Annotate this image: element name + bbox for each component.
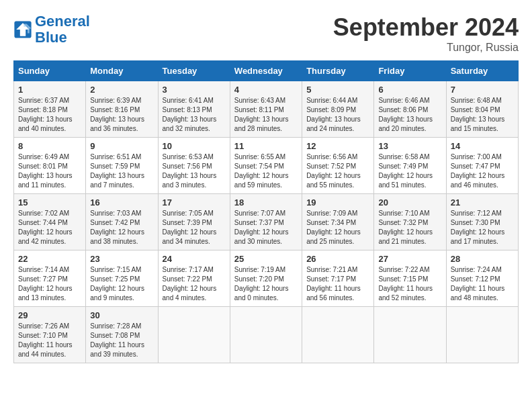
day-info: Sunrise: 7:03 AM Sunset: 7:42 PM Dayligh…	[90, 209, 153, 246]
day-number: 10	[163, 141, 226, 151]
calendar-cell: 20Sunrise: 7:10 AM Sunset: 7:32 PM Dayli…	[374, 194, 446, 250]
day-number: 15	[18, 197, 81, 208]
day-info: Sunrise: 7:05 AM Sunset: 7:39 PM Dayligh…	[163, 209, 226, 246]
logo-text: General Blue	[35, 13, 90, 46]
calendar-cell: 5Sunrise: 6:44 AM Sunset: 8:09 PM Daylig…	[302, 81, 374, 138]
header-wednesday: Wednesday	[230, 61, 302, 81]
calendar-cell: 13Sunrise: 6:58 AM Sunset: 7:49 PM Dayli…	[374, 138, 446, 194]
day-number: 28	[451, 254, 514, 264]
calendar-cell: 29Sunrise: 7:26 AM Sunset: 7:10 PM Dayli…	[14, 307, 86, 363]
day-number: 4	[234, 85, 298, 95]
calendar-cell: 25Sunrise: 7:19 AM Sunset: 7:20 PM Dayli…	[230, 250, 302, 307]
day-info: Sunrise: 7:17 AM Sunset: 7:22 PM Dayligh…	[163, 265, 226, 303]
calendar-header-row: SundayMondayTuesdayWednesdayThursdayFrid…	[14, 61, 519, 81]
day-info: Sunrise: 6:53 AM Sunset: 7:56 PM Dayligh…	[163, 152, 226, 190]
calendar-body: 1Sunrise: 6:37 AM Sunset: 8:18 PM Daylig…	[14, 81, 519, 363]
logo: General Blue	[13, 13, 90, 46]
day-number: 9	[90, 141, 153, 151]
day-number: 20	[378, 197, 441, 208]
day-number: 6	[378, 85, 441, 95]
day-info: Sunrise: 6:46 AM Sunset: 8:06 PM Dayligh…	[378, 96, 441, 134]
calendar-cell: 12Sunrise: 6:56 AM Sunset: 7:52 PM Dayli…	[302, 138, 374, 194]
day-info: Sunrise: 7:10 AM Sunset: 7:32 PM Dayligh…	[378, 209, 441, 246]
calendar-cell: 10Sunrise: 6:53 AM Sunset: 7:56 PM Dayli…	[158, 138, 230, 194]
day-number: 3	[163, 85, 226, 95]
day-info: Sunrise: 7:15 AM Sunset: 7:25 PM Dayligh…	[90, 265, 153, 303]
location: Tungor, Russia	[333, 42, 519, 54]
calendar-cell: 15Sunrise: 7:02 AM Sunset: 7:44 PM Dayli…	[14, 194, 86, 250]
day-info: Sunrise: 7:21 AM Sunset: 7:17 PM Dayligh…	[306, 265, 369, 303]
calendar-cell: 4Sunrise: 6:43 AM Sunset: 8:11 PM Daylig…	[230, 81, 302, 138]
month-title: September 2024	[333, 13, 519, 42]
calendar-cell	[230, 307, 302, 363]
calendar-cell: 8Sunrise: 6:49 AM Sunset: 8:01 PM Daylig…	[14, 138, 86, 194]
day-number: 5	[306, 85, 369, 95]
day-number: 12	[306, 141, 369, 151]
day-number: 29	[18, 310, 81, 320]
day-info: Sunrise: 6:41 AM Sunset: 8:13 PM Dayligh…	[163, 96, 226, 134]
calendar-table: SundayMondayTuesdayWednesdayThursdayFrid…	[13, 60, 519, 363]
day-number: 30	[90, 310, 153, 320]
calendar-week-1: 1Sunrise: 6:37 AM Sunset: 8:18 PM Daylig…	[14, 81, 519, 138]
day-info: Sunrise: 7:00 AM Sunset: 7:47 PM Dayligh…	[451, 152, 514, 190]
day-number: 17	[163, 197, 226, 208]
day-info: Sunrise: 7:22 AM Sunset: 7:15 PM Dayligh…	[378, 265, 441, 303]
logo-line1: General	[35, 13, 90, 30]
day-number: 7	[451, 85, 514, 95]
day-info: Sunrise: 6:51 AM Sunset: 7:59 PM Dayligh…	[90, 152, 153, 190]
day-info: Sunrise: 7:19 AM Sunset: 7:20 PM Dayligh…	[234, 265, 298, 303]
calendar-cell: 28Sunrise: 7:24 AM Sunset: 7:12 PM Dayli…	[446, 250, 518, 307]
calendar-cell: 16Sunrise: 7:03 AM Sunset: 7:42 PM Dayli…	[86, 194, 158, 250]
header-monday: Monday	[86, 61, 158, 81]
day-info: Sunrise: 6:37 AM Sunset: 8:18 PM Dayligh…	[18, 96, 81, 134]
day-info: Sunrise: 7:28 AM Sunset: 7:08 PM Dayligh…	[90, 322, 153, 359]
day-info: Sunrise: 7:14 AM Sunset: 7:27 PM Dayligh…	[18, 265, 81, 303]
calendar-cell: 9Sunrise: 6:51 AM Sunset: 7:59 PM Daylig…	[86, 138, 158, 194]
day-number: 19	[306, 197, 369, 208]
day-info: Sunrise: 6:48 AM Sunset: 8:04 PM Dayligh…	[451, 96, 514, 134]
day-number: 23	[90, 254, 153, 264]
day-number: 25	[234, 254, 298, 264]
calendar-cell: 11Sunrise: 6:55 AM Sunset: 7:54 PM Dayli…	[230, 138, 302, 194]
calendar-cell: 3Sunrise: 6:41 AM Sunset: 8:13 PM Daylig…	[158, 81, 230, 138]
day-info: Sunrise: 7:12 AM Sunset: 7:30 PM Dayligh…	[451, 209, 514, 246]
calendar-cell	[446, 307, 518, 363]
day-number: 21	[451, 197, 514, 208]
calendar-cell: 30Sunrise: 7:28 AM Sunset: 7:08 PM Dayli…	[86, 307, 158, 363]
day-number: 14	[451, 141, 514, 151]
calendar-cell	[374, 307, 446, 363]
day-info: Sunrise: 6:58 AM Sunset: 7:49 PM Dayligh…	[378, 152, 441, 190]
day-info: Sunrise: 7:26 AM Sunset: 7:10 PM Dayligh…	[18, 322, 81, 359]
calendar-cell	[158, 307, 230, 363]
calendar-week-5: 29Sunrise: 7:26 AM Sunset: 7:10 PM Dayli…	[14, 307, 519, 363]
calendar-cell: 14Sunrise: 7:00 AM Sunset: 7:47 PM Dayli…	[446, 138, 518, 194]
logo-icon	[13, 20, 32, 39]
day-number: 11	[234, 141, 298, 151]
day-info: Sunrise: 6:39 AM Sunset: 8:16 PM Dayligh…	[90, 96, 153, 134]
header-tuesday: Tuesday	[158, 61, 230, 81]
day-number: 2	[90, 85, 153, 95]
calendar-cell	[302, 307, 374, 363]
calendar-cell: 24Sunrise: 7:17 AM Sunset: 7:22 PM Dayli…	[158, 250, 230, 307]
day-info: Sunrise: 7:24 AM Sunset: 7:12 PM Dayligh…	[451, 265, 514, 303]
day-number: 1	[18, 85, 81, 95]
day-info: Sunrise: 7:07 AM Sunset: 7:37 PM Dayligh…	[234, 209, 298, 246]
header-thursday: Thursday	[302, 61, 374, 81]
logo-line2: Blue	[35, 29, 67, 46]
header-friday: Friday	[374, 61, 446, 81]
calendar-cell: 18Sunrise: 7:07 AM Sunset: 7:37 PM Dayli…	[230, 194, 302, 250]
day-info: Sunrise: 7:09 AM Sunset: 7:34 PM Dayligh…	[306, 209, 369, 246]
day-info: Sunrise: 6:49 AM Sunset: 8:01 PM Dayligh…	[18, 152, 81, 190]
day-number: 26	[306, 254, 369, 264]
day-number: 24	[163, 254, 226, 264]
header-sunday: Sunday	[14, 61, 86, 81]
calendar-cell: 7Sunrise: 6:48 AM Sunset: 8:04 PM Daylig…	[446, 81, 518, 138]
calendar-week-4: 22Sunrise: 7:14 AM Sunset: 7:27 PM Dayli…	[14, 250, 519, 307]
day-info: Sunrise: 6:44 AM Sunset: 8:09 PM Dayligh…	[306, 96, 369, 134]
calendar-cell: 23Sunrise: 7:15 AM Sunset: 7:25 PM Dayli…	[86, 250, 158, 307]
header-saturday: Saturday	[446, 61, 518, 81]
day-info: Sunrise: 7:02 AM Sunset: 7:44 PM Dayligh…	[18, 209, 81, 246]
title-block: September 2024 Tungor, Russia	[333, 13, 519, 54]
day-number: 8	[18, 141, 81, 151]
day-number: 13	[378, 141, 441, 151]
